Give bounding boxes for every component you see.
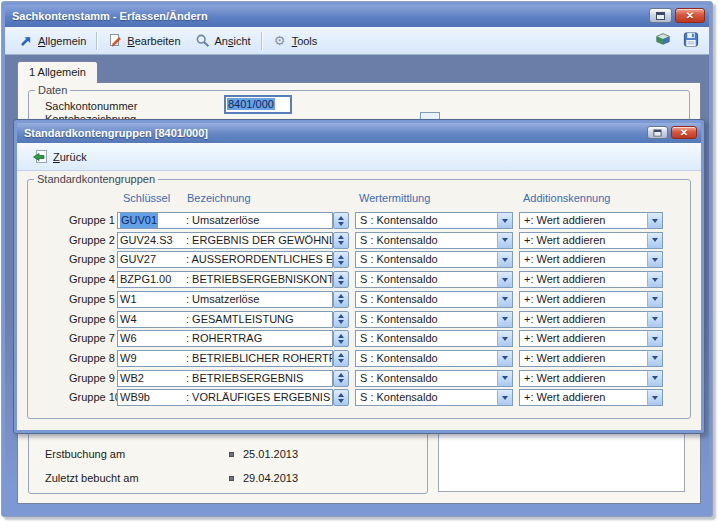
magnifier-icon: [195, 33, 211, 49]
additionskennung-select[interactable]: +: Wert addieren: [519, 291, 663, 308]
wertermittlung-select[interactable]: S : Kontensaldo: [355, 291, 513, 308]
schluessel-input[interactable]: W4: GESAMTLEISTUNG: [117, 311, 333, 328]
dropdown-arrow-button[interactable]: [647, 213, 662, 228]
erstbuchung-value: 25.01.2013: [243, 448, 298, 460]
additionskennung-select[interactable]: +: Wert addieren: [519, 232, 663, 249]
chevron-down-icon: [502, 356, 508, 360]
spinner-up-icon: [338, 373, 344, 377]
group-row: Gruppe 2GUV24.S3: ERGEBNIS DER GEWÖHNLIC…: [28, 232, 690, 249]
dropdown-arrow-button[interactable]: [647, 351, 662, 366]
spinner-down-icon: [338, 340, 344, 344]
wertermittlung-select[interactable]: S : Kontensaldo: [355, 330, 513, 347]
spinner-button[interactable]: [333, 370, 349, 387]
spinner-button[interactable]: [333, 251, 349, 268]
schluessel-input[interactable]: GUV27: AUSSERORDENTLICHES ERGEBNIS: [117, 251, 333, 268]
menu-item-tools[interactable]: ⚙ Tools: [265, 30, 325, 52]
spinner-button[interactable]: [333, 291, 349, 308]
chevron-down-icon: [652, 396, 658, 400]
schluessel-input[interactable]: W9: BETRIEBLICHER ROHERTRAG: [117, 350, 333, 367]
spinner-button[interactable]: [333, 232, 349, 249]
dropdown-arrow-button[interactable]: [647, 292, 662, 307]
spinner-down-icon: [338, 222, 344, 226]
wertermittlung-select[interactable]: S : Kontensaldo: [355, 389, 513, 406]
spinner-button[interactable]: [333, 350, 349, 367]
save-icon[interactable]: [683, 31, 699, 47]
dropdown-arrow-button[interactable]: [497, 371, 512, 386]
spinner-button[interactable]: [333, 271, 349, 288]
group-row-label: Gruppe 5: [69, 293, 115, 305]
main-titlebar: Sachkontenstamm - Erfassen/Ändern ✕: [5, 5, 709, 27]
menu-item-bearbeiten[interactable]: Bearbeiten: [100, 30, 187, 52]
additionskennung-select[interactable]: +: Wert addieren: [519, 350, 663, 367]
dropdown-arrow-button[interactable]: [497, 272, 512, 287]
dropdown-arrow-button[interactable]: [647, 331, 662, 346]
additionskennung-select[interactable]: +: Wert addieren: [519, 389, 663, 406]
menu-label: Ansicht: [215, 35, 251, 47]
spinner-down-icon: [338, 300, 344, 304]
spinner-button[interactable]: [333, 330, 349, 347]
wertermittlung-value: S : Kontensaldo: [360, 252, 438, 267]
additionskennung-select[interactable]: +: Wert addieren: [519, 212, 663, 229]
bezeichnung-value: : GESAMTLEISTUNG: [186, 312, 294, 327]
group-row: Gruppe 7W6: ROHERTRAGS : Kontensaldo+: W…: [28, 330, 690, 347]
schluessel-input[interactable]: BZPG1.00: BETRIEBSERGEBNISKONTO: [117, 271, 333, 288]
wertermittlung-select[interactable]: S : Kontensaldo: [355, 251, 513, 268]
additionskennung-select[interactable]: +: Wert addieren: [519, 271, 663, 288]
dropdown-arrow-button[interactable]: [497, 292, 512, 307]
chevron-down-icon: [502, 258, 508, 262]
close-button[interactable]: ✕: [675, 8, 705, 23]
dropdown-arrow-button[interactable]: [647, 233, 662, 248]
menu-item-allgemein[interactable]: Allgemein: [11, 30, 93, 52]
additionskennung-select[interactable]: +: Wert addieren: [519, 370, 663, 387]
dropdown-arrow-button[interactable]: [647, 371, 662, 386]
dialog-close-button[interactable]: ✕: [671, 126, 697, 139]
schluessel-input[interactable]: WB2: BETRIEBSERGEBNIS: [117, 370, 333, 387]
schluessel-input[interactable]: W6: ROHERTRAG: [117, 330, 333, 347]
spinner-button[interactable]: [333, 212, 349, 229]
additionskennung-select[interactable]: +: Wert addieren: [519, 330, 663, 347]
wertermittlung-select[interactable]: S : Kontensaldo: [355, 370, 513, 387]
additionskennung-value: +: Wert addieren: [524, 272, 605, 287]
menu-label: Tools: [292, 35, 318, 47]
dropdown-arrow-button[interactable]: [497, 233, 512, 248]
dropdown-arrow-button[interactable]: [497, 351, 512, 366]
schluessel-input[interactable]: GUV24.S3: ERGEBNIS DER GEWÖHNLICHEN GES: [117, 232, 333, 249]
additionskennung-value: +: Wert addieren: [524, 351, 605, 366]
wertermittlung-select[interactable]: S : Kontensaldo: [355, 212, 513, 229]
dropdown-arrow-button[interactable]: [647, 312, 662, 327]
dialog-maximize-button[interactable]: [647, 126, 668, 139]
tab-allgemein[interactable]: 1 Allgemein: [17, 61, 98, 83]
menu-item-ansicht[interactable]: Ansicht: [188, 30, 258, 52]
spinner-button[interactable]: [333, 311, 349, 328]
group-row-label: Gruppe 8: [69, 352, 115, 364]
column-header-additionskennung: Additionskennung: [523, 192, 610, 204]
wertermittlung-select[interactable]: S : Kontensaldo: [355, 350, 513, 367]
additionskennung-select[interactable]: +: Wert addieren: [519, 251, 663, 268]
chevron-down-icon: [502, 337, 508, 341]
chevron-down-icon: [652, 258, 658, 262]
additionskennung-select[interactable]: +: Wert addieren: [519, 311, 663, 328]
dropdown-arrow-button[interactable]: [647, 390, 662, 405]
help-book-icon[interactable]: [655, 31, 671, 47]
wertermittlung-select[interactable]: S : Kontensaldo: [355, 311, 513, 328]
dropdown-arrow-button[interactable]: [497, 390, 512, 405]
dropdown-arrow-button[interactable]: [497, 331, 512, 346]
dropdown-arrow-button[interactable]: [647, 252, 662, 267]
group-row-label: Gruppe 4: [69, 273, 115, 285]
sachkontonummer-input[interactable]: 8401/000: [224, 95, 292, 114]
group-row: Gruppe 9WB2: BETRIEBSERGEBNISS : Kontens…: [28, 370, 690, 387]
spinner-up-icon: [338, 275, 344, 279]
spinner-down-icon: [338, 241, 344, 245]
schluessel-input[interactable]: WB9b: VORLÄUFIGES ERGEBNIS: [117, 389, 333, 406]
dropdown-arrow-button[interactable]: [647, 272, 662, 287]
schluessel-input[interactable]: GUV01: Umsatzerlöse: [117, 212, 333, 229]
dropdown-arrow-button[interactable]: [497, 312, 512, 327]
wertermittlung-select[interactable]: S : Kontensaldo: [355, 232, 513, 249]
schluessel-input[interactable]: W1: Umsatzerlöse: [117, 291, 333, 308]
maximize-button[interactable]: [649, 8, 672, 23]
wertermittlung-select[interactable]: S : Kontensaldo: [355, 271, 513, 288]
spinner-button[interactable]: [333, 389, 349, 406]
dropdown-arrow-button[interactable]: [497, 252, 512, 267]
zurueck-button[interactable]: Zurück: [26, 147, 93, 167]
dropdown-arrow-button[interactable]: [497, 213, 512, 228]
